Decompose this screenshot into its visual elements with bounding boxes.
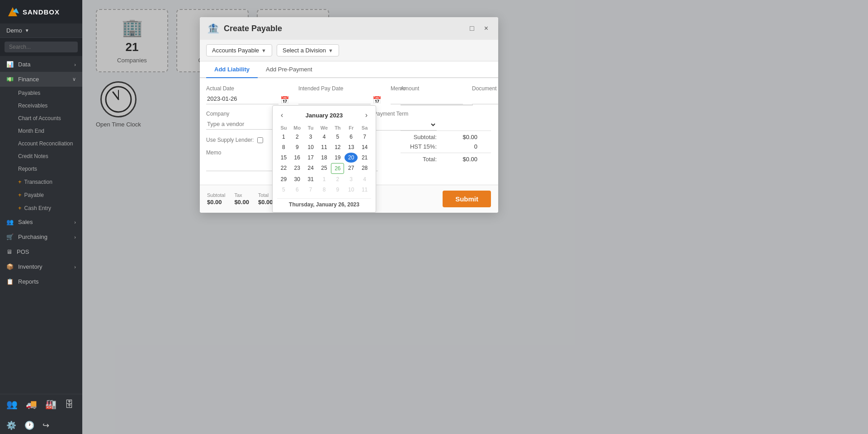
calendar-day[interactable]: 1 xyxy=(277,132,290,142)
division-dropdown[interactable]: Select a Division ▼ xyxy=(277,44,339,56)
truck-icon[interactable]: 🚚 xyxy=(26,399,37,410)
calendar-day[interactable]: 21 xyxy=(358,153,371,163)
calendar-day[interactable]: 7 xyxy=(358,132,371,142)
account-reconciliation-label: Account Reconciliation xyxy=(18,140,73,147)
calendar-day[interactable]: 4 xyxy=(318,132,331,142)
sidebar-item-data[interactable]: 📊 Data › xyxy=(0,57,82,72)
sidebar-item-finance[interactable]: 💵 Finance ∨ xyxy=(0,72,82,87)
calendar-day[interactable]: 26 xyxy=(331,163,344,174)
sidebar-item-cash-entry[interactable]: + Cash Entry xyxy=(0,201,82,215)
calendar-day[interactable]: 7 xyxy=(304,185,317,195)
sidebar-item-reports[interactable]: 📋 Reports xyxy=(0,274,82,289)
calendar-day[interactable]: 4 xyxy=(358,174,371,184)
sidebar-item-purchasing[interactable]: 🛒 Purchasing › xyxy=(0,229,82,244)
calendar-day[interactable]: 17 xyxy=(304,153,317,163)
calendar-day[interactable]: 24 xyxy=(304,163,317,174)
calendar-day[interactable]: 28 xyxy=(358,163,371,174)
plus-icon: + xyxy=(18,191,22,198)
close-button[interactable]: × xyxy=(481,23,491,33)
maximize-button[interactable]: □ xyxy=(467,23,477,33)
sidebar-item-payable[interactable]: + Payable xyxy=(0,188,82,201)
calendar-day[interactable]: 6 xyxy=(344,132,358,142)
sidebar-item-transaction[interactable]: + Transaction xyxy=(0,175,82,188)
calendar-day[interactable]: 23 xyxy=(291,163,304,174)
calendar-day[interactable]: 14 xyxy=(358,142,371,152)
calendar-day[interactable]: 3 xyxy=(304,132,317,142)
calendar-day[interactable]: 25 xyxy=(318,163,331,174)
actual-date-group: Actual Date 📅 xyxy=(206,85,289,104)
calendar-day[interactable]: 8 xyxy=(277,142,290,152)
calendar-day[interactable]: 11 xyxy=(318,142,331,152)
calendar-icon-2[interactable]: 📅 xyxy=(373,96,382,104)
calendar-day[interactable]: 12 xyxy=(331,142,344,152)
sidebar-footer: ⚙️ 🕐 ↪ xyxy=(0,417,82,434)
calendar-icon[interactable]: 📅 xyxy=(280,96,289,104)
calendar-day[interactable]: 5 xyxy=(277,185,290,195)
user-menu[interactable]: Demo ▼ xyxy=(0,23,82,38)
calendar-day[interactable]: 11 xyxy=(358,185,371,195)
calendar-prev-button[interactable]: ‹ xyxy=(277,110,287,120)
calendar-day[interactable]: 15 xyxy=(277,153,290,163)
supply-lender-checkbox[interactable] xyxy=(257,137,263,143)
sidebar-item-chart-of-accounts[interactable]: Chart of Accounts xyxy=(0,112,82,125)
calendar-day[interactable]: 29 xyxy=(277,174,290,184)
calendar-day[interactable]: 6 xyxy=(291,185,304,195)
finance-icon: 💵 xyxy=(6,76,14,83)
submit-button[interactable]: Submit xyxy=(443,191,491,207)
calendar-day[interactable]: 19 xyxy=(331,153,344,163)
sidebar-item-pos[interactable]: 🖥 POS xyxy=(0,244,82,259)
calendar-day[interactable]: 16 xyxy=(291,153,304,163)
factory-icon[interactable]: 🏭 xyxy=(45,399,57,410)
calendar-day[interactable]: 13 xyxy=(344,142,358,152)
calendar-day[interactable]: 22 xyxy=(277,163,290,174)
main-content: 🏢 21 Companies 🪪 30 Customers 👤 9 People xyxy=(82,0,868,434)
sidebar-item-sales[interactable]: 👥 Sales › xyxy=(0,215,82,229)
calendar-day[interactable]: 9 xyxy=(291,142,304,152)
sidebar-item-payables[interactable]: Payables xyxy=(0,87,82,99)
sidebar-item-month-end[interactable]: Month End xyxy=(0,125,82,137)
sidebar-item-receivables[interactable]: Receivables xyxy=(0,99,82,112)
accounts-payable-dropdown[interactable]: Accounts Payable ▼ xyxy=(206,44,272,56)
calendar-day[interactable]: 27 xyxy=(344,163,358,174)
archive-icon[interactable]: 🗄 xyxy=(65,399,74,410)
sidebar-item-account-reconciliation[interactable]: Account Reconciliation xyxy=(0,137,82,150)
calendar-day[interactable]: 9 xyxy=(331,185,344,195)
calendar-day[interactable]: 31 xyxy=(304,174,317,184)
calendar-day[interactable]: 2 xyxy=(291,132,304,142)
modal-tabs: Add Liability Add Pre-Payment xyxy=(200,61,498,78)
calendar-day[interactable]: 10 xyxy=(344,185,358,195)
calendar-day[interactable]: 3 xyxy=(344,174,358,184)
amount-label: Amount xyxy=(401,85,491,92)
clock-icon[interactable]: 🕐 xyxy=(24,420,34,430)
calendar-day[interactable]: 18 xyxy=(318,153,331,163)
create-payable-modal: 🏦 Create Payable □ × Accounts Payable ▼ … xyxy=(200,17,498,213)
amount-input[interactable] xyxy=(401,94,473,105)
calendar-grid: SuMoTuWeThFrSa xyxy=(277,124,371,132)
calendar-day[interactable]: 10 xyxy=(304,142,317,152)
actual-date-input[interactable] xyxy=(206,93,278,104)
subtotal-row: Subtotal: $0.00 xyxy=(401,134,491,140)
settings-icon[interactable]: ⚙️ xyxy=(6,420,16,430)
calendar-day[interactable]: 8 xyxy=(318,185,331,195)
intended-pay-date-input[interactable] xyxy=(298,93,371,104)
transaction-label: Transaction xyxy=(24,179,52,185)
calendar-day[interactable]: 5 xyxy=(331,132,344,142)
calendar-day[interactable]: 30 xyxy=(291,174,304,184)
users-icon[interactable]: 👥 xyxy=(6,399,18,410)
sidebar-bottom: 👥 🚚 🏭 🗄 ⚙️ 🕐 ↪ xyxy=(0,394,82,434)
inventory-icon: 📦 xyxy=(6,263,14,270)
chevron-right-icon: › xyxy=(74,62,76,67)
logout-icon[interactable]: ↪ xyxy=(42,420,49,430)
calendar-day[interactable]: 2 xyxy=(331,174,344,184)
tab-add-liability[interactable]: Add Liability xyxy=(206,61,258,78)
calendar-next-button[interactable]: › xyxy=(362,110,371,120)
sidebar-item-credit-notes[interactable]: Credit Notes xyxy=(0,150,82,163)
tab-add-prepayment[interactable]: Add Pre-Payment xyxy=(258,61,321,78)
sidebar-item-reports-finance[interactable]: Reports xyxy=(0,163,82,175)
search-input[interactable] xyxy=(5,42,78,52)
sidebar-item-inventory[interactable]: 📦 Inventory › xyxy=(0,259,82,274)
calendar-popup: ‹ January 2023 › SuMoTuWeThFrSa 12345678… xyxy=(272,105,376,213)
calendar-day[interactable]: 20 xyxy=(344,153,358,163)
pos-icon: 🖥 xyxy=(6,248,12,255)
calendar-day[interactable]: 1 xyxy=(318,174,331,184)
